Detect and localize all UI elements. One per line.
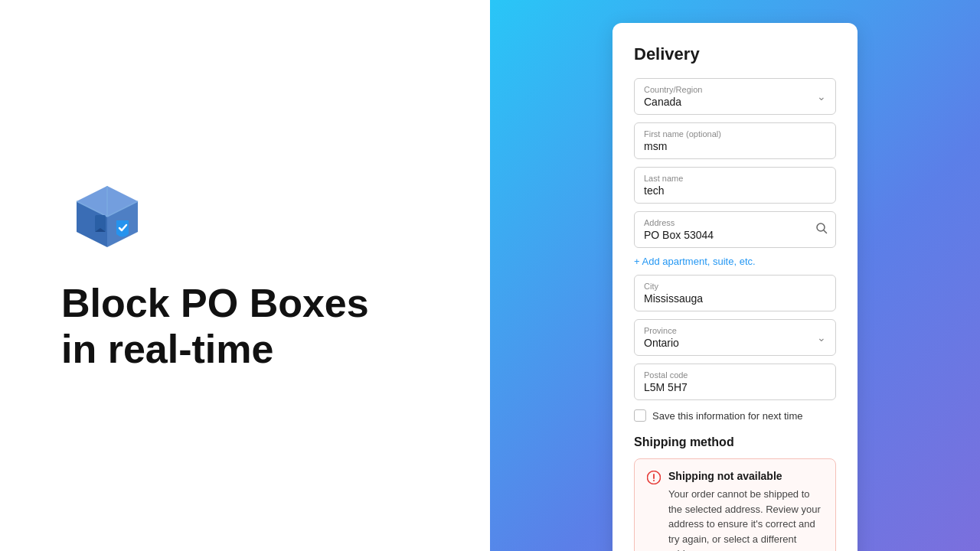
delivery-card: Delivery Country/Region Canada ⌄ First n… (612, 23, 858, 551)
postal-field-group: Postal code L5M 5H7 (634, 364, 836, 400)
headline: Block PO Boxes in real-time (61, 281, 369, 373)
last-name-field[interactable]: Last name tech (634, 167, 836, 204)
postal-label: Postal code (644, 370, 826, 380)
first-name-field[interactable]: First name (optional) msm (634, 122, 836, 159)
error-content: Shipping not available Your order cannot… (668, 470, 823, 551)
country-select[interactable]: Country/Region Canada ⌄ (634, 78, 836, 115)
city-field[interactable]: City Mississauga (634, 275, 836, 311)
svg-line-9 (824, 230, 827, 233)
left-panel: Block PO Boxes in real-time (0, 0, 490, 551)
svg-point-12 (653, 480, 655, 481)
save-info-row: Save this information for next time (634, 409, 836, 422)
address-label: Address (644, 218, 805, 227)
city-value: Mississauga (644, 292, 826, 305)
province-select[interactable]: Province Ontario ⌄ (634, 319, 836, 356)
last-name-value: tech (644, 184, 826, 197)
address-field[interactable]: Address PO Box 53044 (634, 211, 836, 248)
address-value: PO Box 53044 (644, 229, 805, 241)
logo-area (61, 178, 153, 250)
save-info-checkbox[interactable] (634, 409, 646, 422)
chevron-down-icon: ⌄ (817, 331, 826, 344)
city-field-group: City Mississauga (634, 275, 836, 311)
first-name-label: First name (optional) (644, 129, 826, 139)
province-field-group: Province Ontario ⌄ (634, 319, 836, 356)
country-value: Canada (644, 96, 817, 108)
country-label: Country/Region (644, 85, 817, 94)
error-title: Shipping not available (668, 470, 823, 482)
postal-value: L5M 5H7 (644, 381, 826, 393)
postal-field[interactable]: Postal code L5M 5H7 (634, 364, 836, 400)
address-search-icon[interactable] (815, 222, 828, 237)
city-label: City (644, 282, 826, 291)
add-apartment-link[interactable]: + Add apartment, suite, etc. (634, 256, 836, 267)
country-field-group: Country/Region Canada ⌄ (634, 78, 836, 115)
first-name-value: msm (644, 140, 826, 152)
right-panel: Delivery Country/Region Canada ⌄ First n… (490, 0, 980, 551)
first-name-field-group: First name (optional) msm (634, 122, 836, 159)
shipping-error-box: Shipping not available Your order cannot… (634, 458, 836, 551)
brand-logo-icon (61, 178, 153, 247)
last-name-label: Last name (644, 174, 826, 183)
delivery-title: Delivery (634, 44, 836, 64)
shipping-method-title: Shipping method (634, 435, 836, 449)
chevron-down-icon: ⌄ (817, 90, 826, 103)
save-info-label: Save this information for next time (652, 410, 803, 422)
error-text: Your order cannot be shipped to the sele… (668, 487, 823, 551)
province-label: Province (644, 326, 817, 335)
last-name-field-group: Last name tech (634, 167, 836, 204)
province-value: Ontario (644, 337, 817, 349)
address-field-group: Address PO Box 53044 (634, 211, 836, 248)
error-circle-icon (647, 471, 661, 488)
